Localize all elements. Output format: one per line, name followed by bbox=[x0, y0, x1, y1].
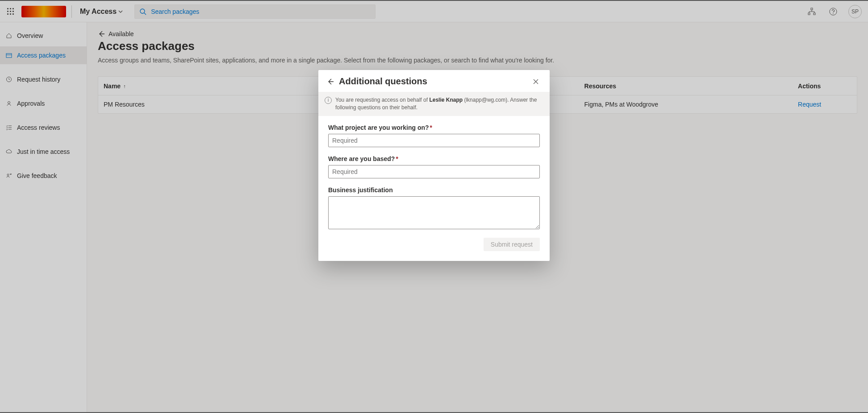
modal-overlay: Additional questions i You are requestin… bbox=[0, 1, 868, 412]
info-icon: i bbox=[325, 97, 332, 104]
required-mark: * bbox=[430, 124, 432, 131]
app-root: My Access SP Ov bbox=[0, 0, 868, 413]
info-banner: i You are requesting access on behalf of… bbox=[318, 92, 550, 116]
info-name: Leslie Knapp bbox=[429, 97, 463, 103]
input-project[interactable] bbox=[328, 134, 540, 147]
dialog-additional-questions: Additional questions i You are requestin… bbox=[318, 70, 550, 261]
label-location: Where are you based?* bbox=[328, 155, 540, 162]
dialog-body: What project are you working on?* Where … bbox=[318, 116, 550, 233]
submit-button[interactable]: Submit request bbox=[484, 238, 540, 251]
input-location[interactable] bbox=[328, 165, 540, 178]
required-mark: * bbox=[396, 155, 398, 162]
field-project: What project are you working on?* bbox=[328, 124, 540, 147]
close-icon[interactable] bbox=[533, 78, 542, 85]
dialog-header: Additional questions bbox=[318, 70, 550, 92]
label-justification: Business justification bbox=[328, 186, 540, 194]
field-location: Where are you based?* bbox=[328, 155, 540, 178]
field-justification: Business justification bbox=[328, 186, 540, 231]
dialog-title: Additional questions bbox=[339, 76, 528, 87]
dialog-footer: Submit request bbox=[318, 233, 550, 261]
input-justification[interactable] bbox=[328, 196, 540, 229]
info-prefix: You are requesting access on behalf of bbox=[335, 97, 429, 103]
label-project: What project are you working on?* bbox=[328, 124, 540, 131]
dialog-back-button[interactable] bbox=[326, 78, 334, 86]
label-project-text: What project are you working on? bbox=[328, 124, 429, 131]
label-location-text: Where are you based? bbox=[328, 155, 395, 162]
info-text: You are requesting access on behalf of L… bbox=[335, 96, 542, 112]
